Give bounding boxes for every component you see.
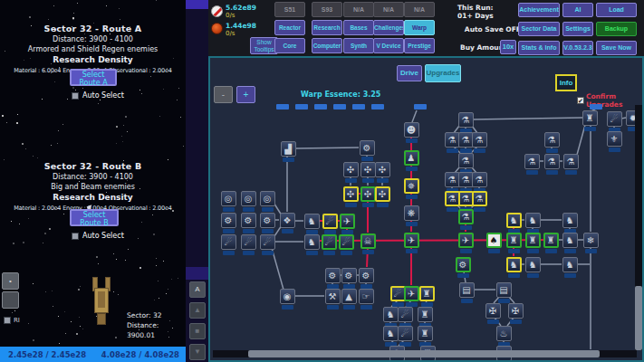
map-toggle-checkbox[interactable] (4, 317, 11, 324)
upgrade-node[interactable]: ✈ (404, 286, 419, 301)
upgrade-node[interactable]: ⚙ (341, 268, 357, 283)
upgrade-node[interactable]: ☄ (339, 234, 354, 250)
menu-button-sector-data[interactable]: Sector Data (518, 22, 560, 36)
upgrade-node[interactable]: ⚗ (472, 191, 487, 206)
upgrade-node[interactable]: ⚗ (458, 153, 474, 168)
upgrade-node[interactable]: ⚗ (544, 154, 560, 169)
upgrade-node[interactable]: ✠ (485, 303, 501, 319)
upgrade-node[interactable]: ♞ (562, 257, 578, 272)
vertical-scrollbar-thumb[interactable] (635, 286, 642, 350)
upgrade-node[interactable]: ⚗ (524, 154, 540, 169)
upgrade-node[interactable]: ⚗ (458, 132, 474, 148)
upgrade-node[interactable]: ♜ (506, 233, 522, 248)
upgrade-node[interactable]: ◎ (221, 191, 236, 206)
upgrade-node[interactable]: ⚒ (325, 289, 341, 304)
upgrade-node[interactable]: ☄ (322, 214, 338, 229)
route-b-auto-checkbox[interactable] (72, 233, 79, 240)
nav-tab-core[interactable]: Core (274, 38, 305, 53)
upgrade-node[interactable]: ▟ (281, 141, 296, 157)
select-route-a-button[interactable]: Select Route A (70, 69, 117, 86)
upgrade-node[interactable]: ❋ (404, 205, 419, 221)
upgrade-node[interactable]: ☞ (359, 289, 374, 304)
buy-amount-button[interactable]: 10x (500, 40, 516, 54)
menu-button-load[interactable]: Load (596, 3, 637, 17)
strip-button-4[interactable]: ▼ (189, 344, 206, 360)
upgrade-node[interactable]: ✣ (343, 186, 359, 202)
upgrade-node[interactable]: ♞ (304, 214, 320, 229)
upgrade-node[interactable]: ❖ (280, 213, 295, 228)
upgrade-node[interactable]: ✈ (340, 214, 355, 229)
upgrade-node[interactable]: ⚜ (607, 131, 622, 147)
route-a-auto-select[interactable]: Auto Select (72, 91, 124, 100)
upgrade-node[interactable]: ▤ (459, 282, 475, 298)
map-control-button-2[interactable] (2, 291, 19, 309)
nav-tab-research[interactable]: Research (312, 20, 342, 35)
upgrade-node[interactable]: ⚗ (563, 154, 579, 169)
strip-button-1[interactable]: A (189, 281, 206, 298)
menu-button-stats-info[interactable]: Stats & Info (518, 41, 560, 55)
upgrade-node[interactable]: ♜ (543, 233, 559, 248)
route-b-auto-select[interactable]: Auto Select (72, 232, 124, 240)
upgrade-node[interactable]: ⚗ (472, 132, 487, 148)
upgrade-node[interactable]: ♞ (506, 213, 522, 228)
upgrade-node[interactable]: ♨ (496, 326, 512, 341)
upgrade-node[interactable]: ▲ (341, 289, 357, 304)
vertical-scrollbar[interactable] (635, 105, 642, 350)
upgrade-node[interactable]: ⚙ (221, 213, 236, 228)
upgrade-node[interactable]: ✈ (458, 233, 474, 248)
menu-button-v-0-53-2-3[interactable]: V.0.53.2.3 (562, 41, 593, 55)
horizontal-scrollbar-thumb[interactable] (248, 350, 600, 357)
upgrade-node[interactable]: ✣ (343, 162, 359, 177)
upgrade-node[interactable]: ⚗ (445, 172, 460, 187)
upgrade-node[interactable]: ♞ (383, 307, 399, 322)
route-a-auto-checkbox[interactable] (72, 92, 79, 100)
upgrade-node[interactable]: ⚗ (445, 132, 460, 148)
upgrade-node[interactable]: ⚗ (458, 172, 474, 187)
upgrade-node[interactable]: ♜ (418, 326, 433, 341)
upgrade-node[interactable]: ♞ (383, 326, 399, 341)
menu-button-save-now[interactable]: Save Now (596, 41, 637, 55)
upgrade-node[interactable]: ✣ (375, 186, 390, 202)
upgrade-node[interactable]: ⚙ (260, 213, 275, 228)
upgrade-node[interactable]: ✣ (375, 162, 390, 177)
upgrade-node[interactable]: ☄ (221, 234, 236, 250)
upgrade-node[interactable]: ⚙ (359, 268, 374, 283)
nav-tab-prestige[interactable]: Prestige (404, 38, 435, 53)
upgrade-node[interactable]: ✠ (508, 303, 524, 319)
upgrade-node[interactable]: ☄ (398, 307, 413, 322)
upgrade-node[interactable]: ⚙ (360, 140, 375, 156)
upgrade-node[interactable]: ⚗ (472, 172, 487, 187)
upgrade-node[interactable]: ♞ (506, 257, 522, 272)
upgrade-node[interactable]: ♞ (525, 213, 541, 228)
upgrade-node[interactable]: ✣ (360, 162, 376, 177)
upgrade-node[interactable]: ⚗ (445, 191, 460, 206)
strip-button-3[interactable]: ■ (189, 323, 206, 339)
upgrade-node[interactable]: ⚙ (456, 257, 471, 272)
menu-button-ai[interactable]: AI (562, 3, 593, 17)
upgrade-node[interactable]: ⚙ (325, 268, 341, 283)
select-route-b-button[interactable]: Select Route B (70, 209, 119, 226)
upgrade-node[interactable]: ◎ (241, 191, 256, 206)
horizontal-scrollbar[interactable] (213, 350, 637, 357)
upgrade-node[interactable]: ⚗ (544, 132, 560, 148)
upgrade-node[interactable]: ✈ (404, 233, 419, 248)
upgrade-node[interactable]: ⚗ (458, 191, 474, 206)
upgrade-node[interactable]: ♜ (419, 286, 435, 301)
nav-tab-warp-drive[interactable]: Warp Drive (404, 20, 435, 35)
nav-tab-challenges[interactable]: Challenges (373, 20, 404, 35)
menu-button-settings[interactable]: Settings (562, 22, 593, 36)
upgrade-node[interactable]: ⚗ (458, 209, 474, 224)
upgrade-node[interactable]: ♠ (486, 233, 502, 248)
upgrade-node[interactable]: ⚙ (241, 213, 256, 228)
upgrade-node[interactable]: ☄ (241, 234, 256, 250)
upgrade-node[interactable]: ☠ (360, 233, 376, 249)
upgrade-node[interactable]: ♞ (562, 213, 578, 228)
upgrade-node[interactable]: ▤ (496, 282, 512, 298)
map-control-button-1[interactable]: • (2, 272, 19, 290)
strip-button-2[interactable]: ▲ (189, 302, 206, 319)
nav-tab-v-device[interactable]: V Device (373, 38, 404, 53)
menu-button-backup[interactable]: Backup (596, 22, 637, 36)
upgrade-node[interactable]: ☄ (260, 234, 275, 250)
upgrade-node[interactable]: ☄ (398, 326, 413, 341)
upgrade-node[interactable]: ✣ (360, 186, 376, 202)
